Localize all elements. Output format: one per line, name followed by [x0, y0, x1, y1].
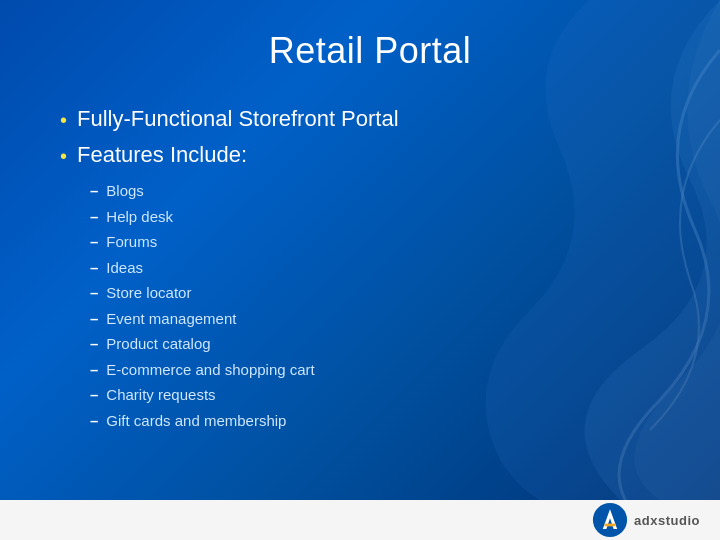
sub-item-label-charity: Charity requests	[106, 384, 215, 407]
dash-3: –	[90, 257, 98, 280]
sub-item-label-event-management: Event management	[106, 308, 236, 331]
dash-8: –	[90, 384, 98, 407]
dash-0: –	[90, 180, 98, 203]
sub-item-label-ecommerce: E-commerce and shopping cart	[106, 359, 314, 382]
sub-item-ecommerce: – E-commerce and shopping cart	[90, 359, 680, 382]
sub-item-store-locator: – Store locator	[90, 282, 680, 305]
bullet-dot-2: •	[60, 142, 67, 170]
svg-rect-2	[605, 524, 616, 527]
dash-1: –	[90, 206, 98, 229]
logo-text: adxstudio	[634, 513, 700, 528]
dash-6: –	[90, 333, 98, 356]
bullet-dot-1: •	[60, 106, 67, 134]
bottom-bar: adxstudio	[0, 500, 720, 540]
sub-item-label-helpdesk: Help desk	[106, 206, 173, 229]
dash-2: –	[90, 231, 98, 254]
sub-item-label-gift-cards: Gift cards and membership	[106, 410, 286, 433]
dash-5: –	[90, 308, 98, 331]
sub-item-label-store-locator: Store locator	[106, 282, 191, 305]
bullet-text-2: Features Include:	[77, 142, 247, 168]
sub-item-event-management: – Event management	[90, 308, 680, 331]
sub-item-blogs: – Blogs	[90, 180, 680, 203]
sub-item-list: – Blogs – Help desk – Forums – Ideas – S…	[90, 180, 680, 432]
sub-item-charity: – Charity requests	[90, 384, 680, 407]
sub-item-label-forums: Forums	[106, 231, 157, 254]
sub-item-label-ideas: Ideas	[106, 257, 143, 280]
bullet-text-1: Fully-Functional Storefront Portal	[77, 106, 399, 132]
sub-item-gift-cards: – Gift cards and membership	[90, 410, 680, 433]
dash-9: –	[90, 410, 98, 433]
sub-item-ideas: – Ideas	[90, 257, 680, 280]
dash-4: –	[90, 282, 98, 305]
sub-item-forums: – Forums	[90, 231, 680, 254]
sub-item-label-product-catalog: Product catalog	[106, 333, 210, 356]
logo-area: adxstudio	[592, 502, 700, 538]
logo-icon	[592, 502, 628, 538]
sub-item-product-catalog: – Product catalog	[90, 333, 680, 356]
sub-item-label-blogs: Blogs	[106, 180, 144, 203]
dash-7: –	[90, 359, 98, 382]
bullet-item-1: • Fully-Functional Storefront Portal	[60, 106, 680, 134]
sub-item-helpdesk: – Help desk	[90, 206, 680, 229]
bullet-item-2: • Features Include:	[60, 142, 680, 170]
slide-title: Retail Portal	[60, 20, 680, 82]
main-bullet-list: • Fully-Functional Storefront Portal • F…	[60, 106, 680, 170]
slide-content: Retail Portal • Fully-Functional Storefr…	[0, 0, 720, 500]
svg-point-0	[593, 503, 627, 537]
